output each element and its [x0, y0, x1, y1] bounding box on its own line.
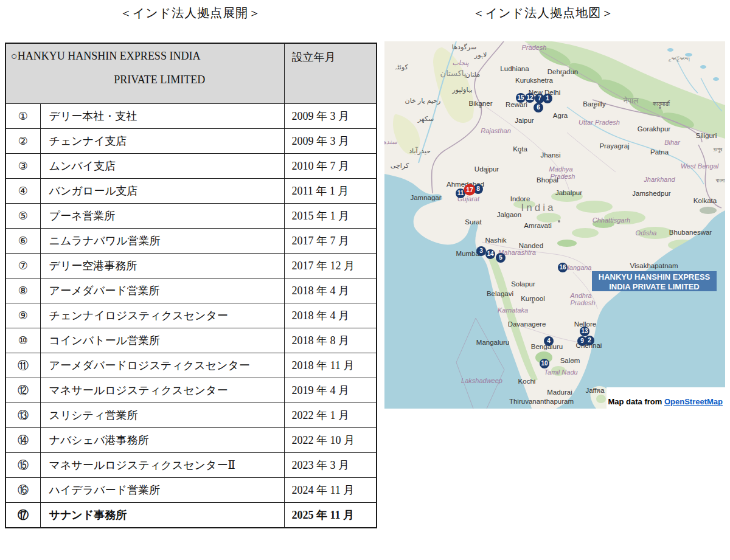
row-number: ⑮ — [5, 453, 40, 478]
row-number: ⑯ — [5, 478, 40, 503]
town-dot — [659, 106, 661, 109]
map-attribution-prefix: Map data from — [608, 397, 664, 406]
established-date: 2009 年 3 月 — [284, 104, 377, 129]
table-header-row: ○HANKYU HANSHIN EXPRESS INDIA PRIVATE LI… — [5, 43, 377, 104]
company-name-line2: PRIVATE LIMITED — [11, 74, 284, 86]
table-row: ⑤プーネ営業所2015 年 1 月 — [5, 204, 377, 229]
office-table-body: ○HANKYU HANSHIN EXPRESS INDIA PRIVATE LI… — [5, 43, 377, 528]
office-name: デリー空港事務所 — [40, 254, 284, 278]
map-marker-12: 12 — [525, 93, 535, 103]
row-number: ⑧ — [5, 278, 40, 303]
table-row: ④バンガロール支店2011 年 1 月 — [5, 179, 377, 204]
row-number: ① — [5, 104, 40, 129]
established-date: 2015 年 1 月 — [284, 204, 377, 229]
established-date: 2024 年 11 月 — [284, 478, 377, 503]
office-name: ナバシェバ港事務所 — [40, 428, 284, 453]
office-name: マネサールロジスティクスセンター — [40, 378, 284, 403]
table-row: ⑬スリシティ営業所2022 年 1 月 — [5, 403, 377, 428]
office-name: ニムラナバワル営業所 — [40, 229, 284, 254]
office-name: アーメダバード営業所 — [40, 278, 284, 303]
established-date: 2011 年 1 月 — [284, 179, 377, 204]
established-date: 2017 年 7 月 — [284, 229, 377, 254]
table-row: ②チェンナイ支店2009 年 3 月 — [5, 129, 377, 154]
town-dot — [572, 359, 575, 362]
office-name: アーメダバードロジスティクスセンター — [40, 353, 284, 378]
town-dot — [502, 341, 505, 344]
page: ＜インド法人拠点展開＞ ○HANKYU HANSHIN EXPRESS INDI… — [0, 0, 730, 560]
town-dot — [532, 301, 534, 303]
company-map-label-line2: INDIA PRIVATE LIMITED — [592, 282, 717, 292]
office-name: ハイデラバード営業所 — [40, 478, 284, 503]
map-marker-15: 15 — [516, 93, 526, 103]
table-row: ⑯ハイデラバード営業所2024 年 11 月 — [5, 478, 377, 503]
town-dot — [519, 151, 521, 154]
office-name: プーネ営業所 — [40, 204, 284, 229]
town-dot — [479, 106, 482, 108]
company-header-cell: ○HANKYU HANSHIN EXPRESS INDIA PRIVATE LI… — [5, 43, 284, 104]
table-row: ⑨チェンナイロジスティクスセンター2018 年 4 月 — [5, 303, 377, 328]
established-date: 2009 年 3 月 — [284, 129, 377, 154]
company-name-line1: ○HANKYU HANSHIN EXPRESS INDIA — [11, 50, 284, 63]
row-number: ⑦ — [5, 254, 40, 278]
office-name: マネサールロジスティクスセンターⅡ — [40, 453, 284, 478]
row-number: ④ — [5, 179, 40, 204]
office-name: バンガロール支店 — [40, 179, 284, 204]
row-number: ⑫ — [5, 378, 40, 403]
table-row: ⑰サナンド事務所2025 年 11 月 — [5, 503, 377, 528]
office-name: サナンド事務所 — [40, 503, 284, 528]
established-date: 2018 年 8 月 — [284, 328, 377, 353]
map-geography — [384, 41, 725, 409]
row-number: ③ — [5, 154, 40, 179]
row-number: ⑨ — [5, 303, 40, 328]
table-row: ⑭ナバシェバ港事務所2022 年 10 月 — [5, 428, 377, 453]
openstreetmap-link[interactable]: OpenStreetMap — [664, 397, 723, 406]
row-number: ⑥ — [5, 229, 40, 254]
row-number: ⑬ — [5, 403, 40, 428]
table-row: ⑪アーメダバードロジスティクスセンター2018 年 11 月 — [5, 353, 377, 378]
map-marker-2: 2 — [585, 336, 594, 345]
office-name: チェンナイロジスティクスセンター — [40, 303, 284, 328]
established-date: 2018 年 4 月 — [284, 278, 377, 303]
map-marker-10: 10 — [540, 359, 549, 368]
table-row: ①デリー本社・支社2009 年 3 月 — [5, 104, 377, 129]
map-marker-14: 14 — [485, 249, 495, 259]
established-date: 2010 年 7 月 — [284, 154, 377, 179]
row-number: ⑪ — [5, 353, 40, 378]
office-name: コインバトール営業所 — [40, 328, 284, 353]
left-panel-title: ＜インド法人拠点展開＞ — [120, 5, 261, 21]
table-row: ⑥ニムラナバワル営業所2017 年 7 月 — [5, 229, 377, 254]
town-dot — [558, 220, 560, 223]
office-name: チェンナイ支店 — [40, 129, 284, 154]
established-date: 2025 年 11 月 — [284, 503, 377, 528]
company-map-label: HANKYU HANSHIN EXPRESS INDIA PRIVATE LIM… — [592, 271, 717, 291]
row-number: ⑤ — [5, 204, 40, 229]
established-date: 2019 年 4 月 — [284, 378, 377, 403]
right-panel-title: ＜インド法人拠点地図＞ — [473, 5, 614, 21]
map-marker-6: 6 — [534, 103, 543, 112]
row-number: ⑭ — [5, 428, 40, 453]
established-date: 2023 年 3 月 — [284, 453, 377, 478]
row-number: ⑰ — [5, 503, 40, 528]
row-number: ⑩ — [5, 328, 40, 353]
table-row: ⑩コインバトール営業所2018 年 8 月 — [5, 328, 377, 353]
table-row: ③ムンバイ支店2010 年 7 月 — [5, 154, 377, 179]
town-dot — [485, 171, 488, 174]
table-row: ⑮マネサールロジスティクスセンターⅡ2023 年 3 月 — [5, 453, 377, 478]
table-row: ⑦デリー空港事務所2017 年 12 月 — [5, 254, 377, 278]
company-map-label-line1: HANKYU HANSHIN EXPRESS — [592, 272, 717, 282]
office-name: スリシティ営業所 — [40, 403, 284, 428]
established-date: 2018 年 11 月 — [284, 353, 377, 378]
office-table: ○HANKYU HANSHIN EXPRESS INDIA PRIVATE LI… — [5, 43, 377, 528]
established-date: 2022 年 1 月 — [284, 403, 377, 428]
town-dot — [561, 74, 564, 77]
town-dot — [593, 106, 596, 109]
office-name: ムンバイ支店 — [40, 154, 284, 179]
india-map-image: PradeshLudhianaDehradunKurukshetraNew De… — [384, 41, 725, 409]
date-column-header: 設立年月 — [284, 43, 377, 104]
table-row: ⑧アーメダバード営業所2018 年 4 月 — [5, 278, 377, 303]
row-number: ② — [5, 129, 40, 154]
map-marker-3: 3 — [476, 246, 486, 256]
map-attribution: Map data from OpenStreetMap — [607, 387, 725, 409]
map-marker-4: 4 — [544, 336, 554, 346]
table-row: ⑫マネサールロジスティクスセンター2019 年 4 月 — [5, 378, 377, 403]
